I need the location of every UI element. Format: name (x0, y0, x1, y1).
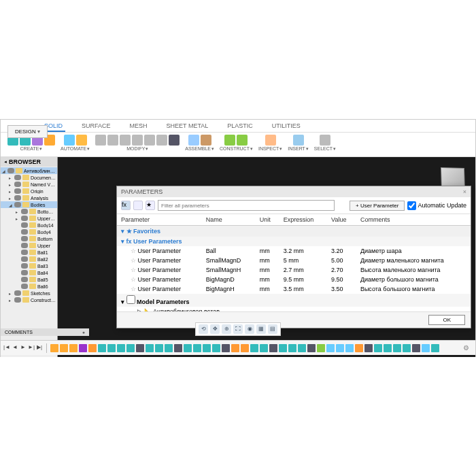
visibility-icon[interactable] (21, 243, 28, 248)
visibility-icon[interactable] (21, 256, 28, 262)
browser-header[interactable]: BROWSER (1, 157, 57, 167)
tree-node[interactable]: Bottom (1, 235, 57, 242)
ribbon-tool-icon[interactable] (265, 135, 276, 146)
tab-utilities[interactable]: UTILITIES (269, 121, 303, 132)
timeline-feature-icon[interactable] (364, 344, 373, 352)
ribbon-tool-icon[interactable] (237, 135, 248, 146)
ribbon-tool-icon[interactable] (224, 135, 235, 146)
timeline-feature-icon[interactable] (203, 344, 211, 352)
ribbon-group-label[interactable]: AUTOMATE (61, 146, 90, 152)
timeline-control[interactable]: ◄ (12, 344, 18, 352)
ribbon-tool-icon[interactable] (320, 135, 330, 146)
tree-node[interactable]: ▸Bottom_p (1, 208, 57, 215)
visibility-icon[interactable] (14, 195, 21, 201)
tree-node[interactable]: Ball5 (1, 276, 57, 283)
tree-node[interactable]: Ball3 (1, 262, 57, 269)
ribbon-group-label[interactable]: SELECT (314, 146, 336, 152)
gear-icon[interactable]: ⚙ (463, 344, 471, 352)
timeline-feature-icon[interactable] (374, 344, 382, 352)
timeline-feature-icon[interactable] (146, 344, 154, 352)
timeline-feature-icon[interactable] (69, 344, 78, 352)
model-item-row[interactable]: Антивоблинговая встав… (117, 307, 471, 311)
tree-node[interactable]: Ball4 (1, 269, 57, 276)
tree-node[interactable]: Body14 (1, 222, 57, 228)
tree-node[interactable]: ▸Named Views (1, 181, 57, 188)
timeline-feature-icon[interactable] (50, 344, 58, 352)
timeline-feature-icon[interactable] (107, 344, 116, 352)
automatic-update-checkbox[interactable]: Automatic Update (407, 201, 466, 210)
ribbon-tool-icon[interactable] (120, 135, 131, 146)
ribbon-tool-icon[interactable] (107, 135, 118, 146)
close-icon[interactable]: × (463, 188, 466, 195)
timeline-feature-icon[interactable] (260, 344, 268, 352)
visibility-icon[interactable] (21, 284, 28, 289)
timeline-feature-icon[interactable] (336, 344, 344, 352)
visibility-icon[interactable] (14, 297, 21, 303)
timeline-feature-icon[interactable] (174, 344, 182, 352)
timeline-feature-icon[interactable] (250, 344, 258, 352)
timeline-feature-icon[interactable] (298, 344, 306, 352)
visibility-icon[interactable] (21, 250, 28, 255)
timeline-feature-icon[interactable] (279, 344, 287, 352)
timeline-feature-icon[interactable] (412, 344, 420, 352)
timeline-feature-icon[interactable] (431, 344, 439, 352)
filter-fx-button[interactable]: fx (121, 201, 131, 210)
tree-node[interactable]: ◢Bodies (1, 201, 57, 208)
timeline-feature-icon[interactable] (126, 344, 135, 352)
tree-node[interactable]: ◢Антивоблинго… (1, 167, 57, 174)
visibility-icon[interactable] (21, 263, 28, 269)
parameter-row[interactable]: User ParameterBigMagnDmm9.5 mm9.50Диамет… (117, 275, 471, 284)
column-header[interactable]: Name (202, 214, 256, 226)
design-menu-button[interactable]: DESIGN (7, 125, 48, 138)
timeline-control[interactable]: ▶| (36, 344, 43, 352)
visibility-icon[interactable] (14, 182, 21, 187)
ribbon-tool-icon[interactable] (188, 135, 199, 146)
tab-sheet-metal[interactable]: SHEET METAL (164, 121, 211, 132)
grid-icon[interactable]: ▤ (268, 324, 277, 334)
ribbon-group-label[interactable]: INSERT (288, 146, 309, 152)
parameter-row[interactable]: User ParameterSmallMagnHmm2.7 mm2.70Высо… (117, 265, 471, 275)
timeline-feature-icon[interactable] (393, 344, 401, 352)
tree-node[interactable]: Ball6 (1, 283, 57, 290)
timeline-feature-icon[interactable] (288, 344, 296, 352)
timeline-feature-icon[interactable] (355, 344, 363, 352)
timeline-feature-icon[interactable] (88, 344, 97, 352)
filter-star-button[interactable]: ★ (146, 201, 155, 210)
comments-bar[interactable]: COMMENTS (1, 328, 89, 336)
timeline-feature-icon[interactable] (269, 344, 277, 352)
timeline-feature-icon[interactable] (345, 344, 354, 352)
tab-mesh[interactable]: MESH (127, 121, 150, 132)
ribbon-group-label[interactable]: CREATE (20, 146, 43, 152)
tree-node[interactable]: Upper (1, 242, 57, 249)
user-parameters-section[interactable]: User Parameters (117, 237, 471, 246)
ribbon-tool-icon[interactable] (76, 135, 87, 146)
timeline-feature-icon[interactable] (212, 344, 220, 352)
tree-node[interactable]: ▸Analysis (1, 194, 57, 201)
column-header[interactable]: Parameter (117, 214, 202, 226)
column-header[interactable]: Unit (256, 214, 279, 226)
zoom-icon[interactable]: ⊕ (222, 324, 231, 334)
tree-node[interactable]: ▸Document Settings (1, 174, 57, 181)
ribbon-group-label[interactable]: CONSTRUCT (220, 146, 253, 152)
filter-sort-button[interactable] (133, 201, 143, 210)
tab-surface[interactable]: SURFACE (79, 121, 114, 132)
timeline-control[interactable]: ►| (28, 344, 35, 352)
visibility-icon[interactable] (14, 175, 21, 180)
visibility-icon[interactable] (14, 188, 21, 194)
timeline-feature-icon[interactable] (136, 344, 144, 352)
timeline-feature-icon[interactable] (241, 344, 249, 352)
ribbon-tool-icon[interactable] (95, 135, 106, 146)
ribbon-tool-icon[interactable] (144, 135, 155, 146)
ribbon-group-label[interactable]: MODIFY (126, 146, 148, 152)
visibility-icon[interactable] (7, 168, 14, 173)
parameter-row[interactable]: User ParameterBigMagnHmm3.5 mm3.50Высота… (117, 284, 471, 294)
timeline-control[interactable]: ► (20, 344, 27, 352)
tree-node[interactable]: Body4 (1, 228, 57, 235)
add-user-parameter-button[interactable]: User Parameter (350, 201, 405, 211)
visibility-icon[interactable] (14, 290, 21, 296)
ribbon-tool-icon[interactable] (201, 135, 211, 146)
timeline-control[interactable]: |◄ (3, 344, 10, 352)
ribbon-tool-icon[interactable] (293, 135, 304, 146)
timeline-feature-icon[interactable] (222, 344, 230, 352)
parameter-row[interactable]: User ParameterSmallMagnDmm5 mm5.00Диамет… (117, 256, 471, 265)
